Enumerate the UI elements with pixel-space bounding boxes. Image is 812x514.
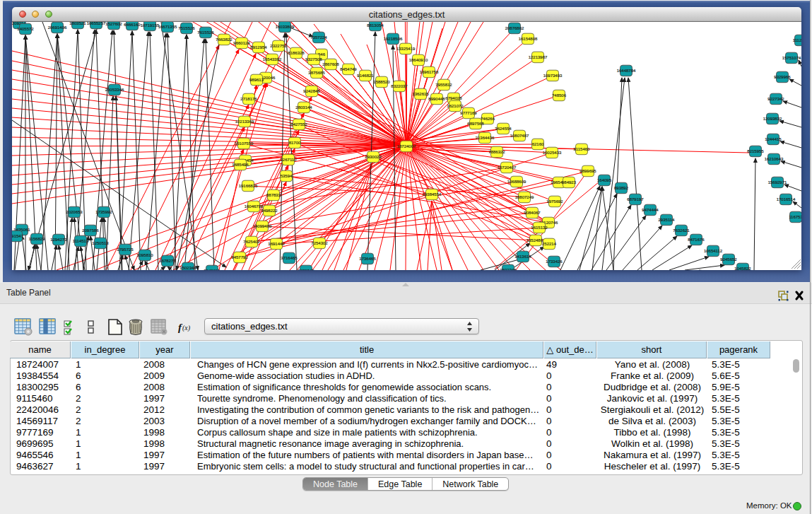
svg-text:1405572: 1405572 [17, 27, 34, 31]
svg-text:9899695: 9899695 [579, 169, 596, 173]
svg-text:16671355: 16671355 [158, 25, 177, 29]
svg-text:8427552: 8427552 [290, 122, 307, 127]
svg-text:8990448: 8990448 [428, 97, 445, 101]
svg-text:19384554: 19384554 [423, 192, 442, 197]
svg-text:1803521: 1803521 [69, 22, 86, 25]
svg-text:984923: 984923 [562, 180, 577, 185]
svg-text:2097586: 2097586 [82, 228, 99, 233]
svg-text:1114519: 1114519 [73, 239, 89, 243]
svg-text:20053346: 20053346 [105, 88, 124, 92]
svg-text:8471676: 8471676 [688, 238, 705, 242]
svg-text:16033809: 16033809 [276, 25, 295, 29]
svg-text:893892: 893892 [614, 186, 629, 190]
svg-text:2930023: 2930023 [365, 155, 382, 159]
svg-text:6466160: 6466160 [124, 23, 141, 27]
svg-text:5498222: 5498222 [261, 209, 278, 213]
svg-text:7886322: 7886322 [488, 150, 505, 154]
svg-text:2935114: 2935114 [659, 218, 676, 222]
svg-text:1527602: 1527602 [105, 22, 122, 26]
svg-text:3716465: 3716465 [281, 256, 298, 260]
svg-text:19166825: 19166825 [239, 184, 258, 188]
svg-text:12213987: 12213987 [529, 55, 548, 59]
svg-text:1294273: 1294273 [50, 238, 67, 242]
svg-text:2020653: 2020653 [66, 210, 83, 214]
svg-text:1685496: 1685496 [232, 163, 249, 167]
svg-text:2803144: 2803144 [295, 105, 312, 110]
svg-text:7254302: 7254302 [311, 241, 328, 245]
svg-text:1678275: 1678275 [159, 259, 176, 263]
svg-text:16046798: 16046798 [245, 204, 264, 209]
svg-text:8322037: 8322037 [391, 84, 408, 88]
svg-text:9245652: 9245652 [720, 257, 737, 262]
svg-text:9084067: 9084067 [524, 211, 541, 215]
svg-text:10688609: 10688609 [507, 180, 526, 184]
svg-text:2867608: 2867608 [322, 62, 339, 66]
svg-text:10654112: 10654112 [704, 249, 723, 253]
svg-text:9777169: 9777169 [460, 111, 477, 115]
svg-text:1588520: 1588520 [373, 80, 390, 84]
svg-text:16448784: 16448784 [617, 69, 636, 73]
svg-text:1244415: 1244415 [765, 137, 782, 141]
svg-text:9660124: 9660124 [233, 41, 250, 45]
svg-text:9245011: 9245011 [204, 269, 221, 270]
svg-text:3267110: 3267110 [281, 158, 298, 162]
svg-text:6879197: 6879197 [627, 197, 644, 201]
svg-text:164095: 164095 [597, 178, 612, 182]
svg-text:8186328: 8186328 [288, 51, 305, 55]
svg-text:1502344: 1502344 [180, 266, 196, 270]
svg-text:8215955: 8215955 [747, 149, 764, 153]
svg-text:391547: 391547 [12, 234, 24, 238]
svg-text:748506: 748506 [552, 93, 567, 98]
svg-text:16210643: 16210643 [765, 157, 784, 161]
svg-text:8813054: 8813054 [367, 23, 384, 28]
svg-text:18640910: 18640910 [409, 58, 428, 62]
svg-text:16154808: 16154808 [519, 37, 538, 41]
svg-text:989613: 989613 [249, 78, 264, 82]
svg-text:7515526: 7515526 [178, 26, 195, 30]
svg-text:10973493: 10973493 [543, 74, 563, 78]
svg-text:1733426: 1733426 [546, 259, 563, 264]
svg-text:1691440: 1691440 [268, 242, 285, 246]
svg-text:7625402: 7625402 [243, 240, 260, 244]
svg-text:16961758: 16961758 [420, 70, 439, 74]
svg-text:1621072: 1621072 [447, 104, 464, 108]
svg-text:7955812: 7955812 [435, 83, 452, 87]
svg-text:1795725: 1795725 [117, 247, 134, 252]
svg-text:9327508: 9327508 [305, 57, 322, 62]
svg-text:1413614: 1413614 [514, 255, 531, 259]
svg-text:887833: 887833 [266, 193, 281, 197]
svg-text:1362615: 1362615 [412, 92, 429, 96]
svg-text:10655257: 10655257 [87, 22, 106, 25]
svg-text:1250513: 1250513 [92, 241, 109, 245]
svg-text:2322751: 2322751 [270, 44, 287, 48]
svg-text:1615132: 1615132 [531, 226, 548, 230]
svg-text:81700: 81700 [289, 141, 301, 145]
svg-text:62160: 62160 [532, 142, 544, 146]
svg-text:252214: 252214 [542, 242, 557, 246]
svg-text:116753: 116753 [789, 215, 801, 219]
svg-text:9242848: 9242848 [303, 89, 320, 93]
svg-text:20876862: 20876862 [505, 26, 524, 30]
svg-text:7357224: 7357224 [310, 35, 327, 40]
svg-text:3624554: 3624554 [495, 127, 512, 131]
svg-text:9227342: 9227342 [767, 97, 784, 101]
svg-text:6897568: 6897568 [467, 122, 484, 126]
svg-text:15692971: 15692971 [768, 180, 787, 185]
svg-text:16543392: 16543392 [263, 57, 282, 62]
svg-text:746266: 746266 [481, 117, 495, 121]
svg-text:3875685: 3875685 [308, 71, 325, 75]
svg-text:1735992: 1735992 [95, 210, 112, 214]
svg-text:20691406: 20691406 [48, 25, 67, 30]
svg-text:19218506: 19218506 [384, 37, 403, 41]
svg-text:1082345: 1082345 [298, 269, 314, 270]
svg-text:12093832: 12093832 [763, 117, 782, 121]
svg-text:10807487: 10807487 [510, 134, 529, 138]
svg-text:21364436: 21364436 [476, 136, 495, 140]
svg-text:6794028: 6794028 [445, 96, 462, 100]
svg-text:9329966: 9329966 [774, 75, 791, 79]
svg-text:12213369: 12213369 [235, 119, 254, 124]
svg-text:9146821: 9146821 [357, 74, 374, 78]
svg-text:9115460: 9115460 [574, 147, 591, 151]
svg-text:1112406: 1112406 [793, 38, 801, 42]
svg-text:10719155: 10719155 [141, 23, 160, 28]
